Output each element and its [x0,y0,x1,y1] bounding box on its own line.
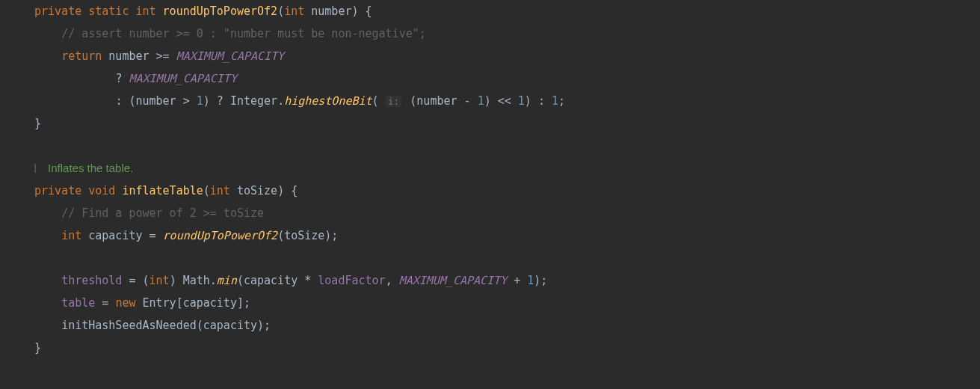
class-name: Entry [143,296,176,310]
code-line[interactable]: private void inflateTable(int toSize) { [34,180,980,202]
bracket-open: [ [176,296,183,310]
argument: capacity [244,274,298,287]
code-line[interactable]: // Find a power of 2 >= toSize [34,202,980,224]
semicolon: ); [257,319,271,332]
operator: >= [156,49,170,63]
field: table [61,296,95,310]
keyword-return: return [61,49,102,63]
identifier: capacity [88,229,142,242]
keyword-new: new [115,296,135,310]
code-line[interactable]: } [34,337,980,359]
code-line[interactable]: : (number > 1) ? Integer.highestOneBit( … [34,90,980,112]
number-literal: 1 [478,94,484,108]
comment: // Find a power of 2 >= toSize [61,206,264,220]
number-literal: 1 [552,94,558,108]
doc-comment: Inflates the table. [34,162,133,175]
doc-comment-line[interactable]: Inflates the table. [34,157,980,180]
code-line[interactable]: initHashSeedAsNeeded(capacity); [34,314,980,337]
code-line[interactable]: // assert number >= 0 : "number must be … [34,22,980,45]
brace: ) { [277,184,298,197]
code-line[interactable]: ? MAXIMUM_CAPACITY [34,67,980,90]
doc-border [34,164,36,173]
ternary-q: ? [217,94,224,108]
operator: << [498,94,511,108]
param-name: number [311,4,351,18]
field: threshold [61,274,122,287]
code-line[interactable]: } [34,112,980,135]
param-hint: i: [386,96,402,107]
cast-close: ) [170,274,176,287]
operator: - [464,94,471,108]
brace: ) { [351,4,372,18]
semicolon: ); [534,274,547,287]
argument: toSize [284,229,324,242]
keyword-int: int [135,4,155,18]
keyword-int: int [150,274,170,287]
brace: } [34,117,41,130]
operator: * [304,274,311,287]
field: loadFactor [318,274,385,287]
keyword-static: static [88,4,129,18]
constant: MAXIMUM_CAPACITY [129,72,237,85]
static-method: roundUpToPowerOf2 [163,229,278,242]
method-name: roundUpToPowerOf2 [163,4,278,18]
bracket-close: ]; [237,296,250,310]
keyword-private: private [34,4,81,18]
dot: . [210,274,217,287]
ternary-colon: : [538,94,545,108]
operator: = [150,229,156,242]
identifier: number [135,94,176,108]
argument: capacity [183,296,237,310]
ternary-q: ? [115,72,122,85]
semicolon: ); [324,229,338,242]
param-type: int [210,184,230,197]
brace: } [34,341,41,355]
blank-line[interactable] [34,135,980,157]
class-name: Integer [230,94,277,108]
keyword-private: private [34,184,81,197]
cast-open: ( [143,274,150,287]
semicolon: ; [558,94,565,108]
code-line[interactable]: int capacity = roundUpToPowerOf2(toSize)… [34,224,980,247]
ternary-colon: : [115,94,122,108]
constant: MAXIMUM_CAPACITY [399,274,508,287]
code-editor[interactable]: private static int roundUpToPowerOf2(int… [0,0,980,359]
operator: > [183,94,190,108]
code-line[interactable]: threshold = (int) Math.min(capacity * lo… [34,269,980,292]
class-name: Math [183,274,210,287]
keyword-void: void [88,184,115,197]
argument: capacity [203,319,257,332]
param-type: int [284,4,304,18]
method-call: initHashSeedAsNeeded [61,319,197,332]
number-literal: 1 [527,274,534,287]
operator: + [514,274,520,287]
code-line[interactable]: table = new Entry[capacity]; [34,292,980,314]
param-name: toSize [237,184,277,197]
comment: // assert number >= 0 : "number must be … [61,27,426,40]
dot: . [277,94,284,108]
blank-line[interactable] [34,247,980,269]
identifier: number [416,94,457,108]
method-name: inflateTable [122,184,203,197]
identifier: number [108,49,149,63]
doc-text: Inflates the table. [48,162,133,174]
constant: MAXIMUM_CAPACITY [176,49,285,63]
operator: = [102,296,108,310]
operator: = [129,274,135,287]
number-literal: 1 [518,94,525,108]
number-literal: 1 [197,94,203,108]
keyword-int: int [61,229,81,242]
code-line[interactable]: private static int roundUpToPowerOf2(int… [34,0,980,22]
static-method: highestOneBit [284,94,372,108]
comma: , [386,274,392,287]
static-method: min [217,274,237,287]
code-line[interactable]: return number >= MAXIMUM_CAPACITY [34,45,980,67]
